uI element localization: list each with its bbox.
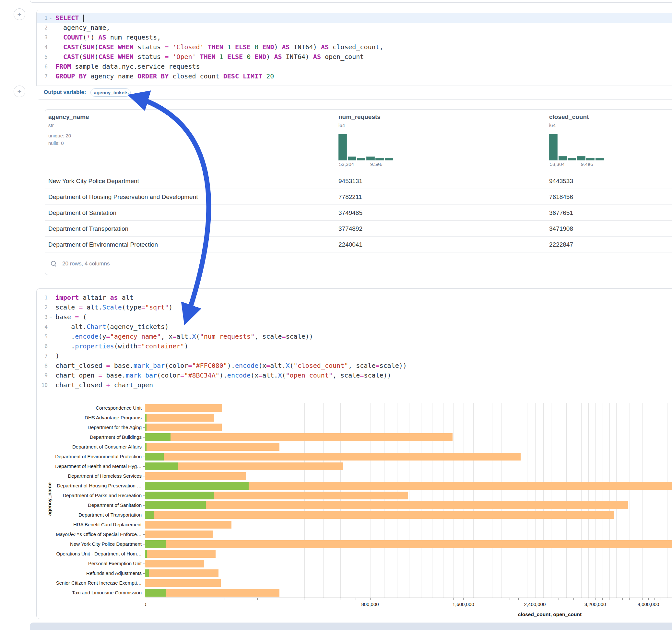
chart-gridline bbox=[304, 403, 305, 598]
syntax-token: ELSE bbox=[227, 53, 243, 60]
code-line[interactable]: 2 agency_name, bbox=[37, 23, 672, 32]
table-row[interactable]: Department of Sanitation37494853677651 bbox=[45, 204, 672, 221]
chart-bar-open bbox=[145, 462, 178, 470]
code-text: scale = alt.Scale(type="sqrt") bbox=[53, 302, 172, 312]
syntax-token: ( bbox=[79, 43, 83, 51]
syntax-token: + bbox=[106, 381, 110, 389]
x-axis-tick-label: 1,600,000 bbox=[453, 602, 474, 607]
syntax-token: scale)) bbox=[364, 371, 391, 379]
search-icon[interactable] bbox=[51, 261, 56, 266]
syntax-token: ( bbox=[94, 43, 98, 51]
chart-bar-closed bbox=[145, 423, 222, 431]
table-row[interactable]: Department of Environmental Protection22… bbox=[45, 236, 672, 252]
next-cell-strip[interactable] bbox=[30, 623, 672, 630]
output-variable-pill[interactable]: agency_tickets bbox=[91, 89, 130, 97]
syntax-token: ) bbox=[169, 303, 172, 311]
table-cell: 3471908 bbox=[549, 221, 573, 237]
syntax-token: encode bbox=[75, 333, 98, 340]
chart-bar-closed bbox=[145, 521, 232, 529]
syntax-token: altair bbox=[79, 294, 110, 301]
add-cell-button-top[interactable]: + bbox=[14, 8, 25, 20]
chart-bar-open bbox=[145, 550, 147, 558]
fold-chevron-icon[interactable]: ⌄ bbox=[48, 13, 53, 23]
syntax-token: scale)) bbox=[380, 362, 407, 369]
syntax-token: alt bbox=[118, 294, 134, 301]
code-line[interactable]: 3 COUNT(*) AS num_requests, bbox=[37, 32, 672, 42]
syntax-token: = bbox=[282, 333, 286, 340]
syntax-token: . bbox=[55, 342, 75, 350]
syntax-token: = bbox=[75, 313, 79, 321]
y-axis-label: Department of Transportation bbox=[78, 510, 142, 520]
python-code-editor[interactable]: 1import altair as alt2scale = alt.Scale(… bbox=[37, 289, 672, 390]
add-cell-button-middle[interactable]: + bbox=[14, 86, 25, 97]
chart-gridline bbox=[409, 403, 409, 598]
x-axis-tick bbox=[566, 598, 566, 600]
chart-gridline bbox=[421, 403, 422, 598]
code-line[interactable]: 7) bbox=[37, 351, 672, 361]
code-line[interactable]: 4 CAST(SUM(CASE WHEN status = 'Closed' T… bbox=[37, 42, 672, 52]
chart-gridline bbox=[384, 403, 384, 598]
syntax-token: Scale bbox=[102, 303, 122, 311]
syntax-token: ( bbox=[290, 362, 294, 369]
code-line[interactable]: 6FROM sample_data.nyc.service_requests bbox=[37, 62, 672, 71]
sql-code-editor[interactable]: 1⌄SELECT 2 agency_name,3 COUNT(*) AS num… bbox=[37, 10, 672, 81]
syntax-token: CASE bbox=[98, 53, 114, 60]
x-axis-tick-label: 800,000 bbox=[361, 602, 379, 607]
chart-gridline bbox=[397, 403, 398, 598]
table-cell: New York City Police Department bbox=[48, 173, 139, 189]
code-line[interactable]: 3⌄base = ( bbox=[37, 312, 672, 322]
chart-bar-open bbox=[145, 482, 249, 490]
syntax-token: X bbox=[278, 371, 282, 379]
x-axis-tick bbox=[588, 598, 589, 600]
histogram-min-label: 53,304 bbox=[550, 162, 565, 167]
syntax-token: scale bbox=[55, 303, 79, 311]
syntax-token: properties bbox=[75, 342, 114, 350]
chart-bar-open bbox=[145, 570, 149, 577]
syntax-token: = bbox=[258, 371, 262, 379]
code-line[interactable]: 6 .properties(width="container") bbox=[37, 341, 672, 351]
table-row[interactable]: Department of Transportation377489234719… bbox=[45, 220, 672, 237]
code-line[interactable]: 8chart_closed = base.mark_bar(color="#FF… bbox=[37, 361, 672, 370]
code-line[interactable]: 2scale = alt.Scale(type="sqrt") bbox=[37, 302, 672, 312]
syntax-token: CASE bbox=[98, 43, 114, 51]
line-number: 1 bbox=[37, 295, 48, 301]
code-line[interactable]: 1⌄SELECT bbox=[37, 13, 672, 23]
code-line[interactable]: 10chart_closed + chart_open bbox=[37, 380, 672, 390]
code-line[interactable]: 7GROUP BY agency_name ORDER BY closed_co… bbox=[37, 71, 672, 81]
code-line[interactable]: 5 .encode(y="agency_name", x=alt.X("num_… bbox=[37, 332, 672, 341]
syntax-token: chart_closed bbox=[55, 362, 106, 369]
syntax-token: SELECT bbox=[55, 14, 79, 22]
syntax-token: alt. bbox=[270, 362, 286, 369]
chart-bar-closed bbox=[145, 560, 204, 567]
histogram-bar bbox=[577, 156, 585, 161]
syntax-token: "open_count" bbox=[286, 371, 333, 379]
column-stat: nulls: 0 bbox=[48, 140, 64, 146]
syntax-token: END bbox=[262, 43, 274, 51]
syntax-token bbox=[169, 43, 172, 51]
column-stat: unique: 20 bbox=[48, 133, 71, 138]
code-text: COUNT(*) AS num_requests, bbox=[53, 32, 161, 42]
x-axis-tick bbox=[661, 598, 661, 600]
syntax-token: , x bbox=[161, 333, 172, 340]
code-line[interactable]: 5 CAST(SUM(CASE WHEN status = 'Open' THE… bbox=[37, 52, 672, 62]
syntax-token bbox=[55, 43, 63, 51]
line-number: 5 bbox=[37, 54, 48, 60]
table-column-header: closed_counti6453,3049.4e6 bbox=[549, 110, 659, 173]
syntax-token: X bbox=[286, 362, 290, 369]
x-axis-tick bbox=[518, 598, 519, 600]
code-line[interactable]: 9chart_open = base.mark_bar(color="#8BC3… bbox=[37, 370, 672, 380]
fold-chevron-icon[interactable]: ⌄ bbox=[48, 312, 53, 322]
table-row[interactable]: Department of Housing Preservation and D… bbox=[45, 189, 672, 205]
syntax-token: (type bbox=[122, 303, 141, 311]
x-axis-tick bbox=[384, 598, 384, 600]
table-row[interactable]: New York City Police Department945313194… bbox=[45, 173, 672, 189]
text-cursor bbox=[83, 15, 83, 22]
histogram-bar bbox=[348, 156, 356, 161]
y-axis-label: Department of Environmental Protection bbox=[55, 452, 142, 461]
syntax-token: AS bbox=[282, 43, 290, 51]
code-line[interactable]: 1import altair as alt bbox=[37, 293, 672, 302]
x-axis-tick bbox=[257, 598, 258, 600]
code-line[interactable]: 4 alt.Chart(agency_tickets) bbox=[37, 322, 672, 332]
chart-gridline bbox=[501, 403, 502, 598]
syntax-token: INT64) bbox=[282, 53, 313, 60]
